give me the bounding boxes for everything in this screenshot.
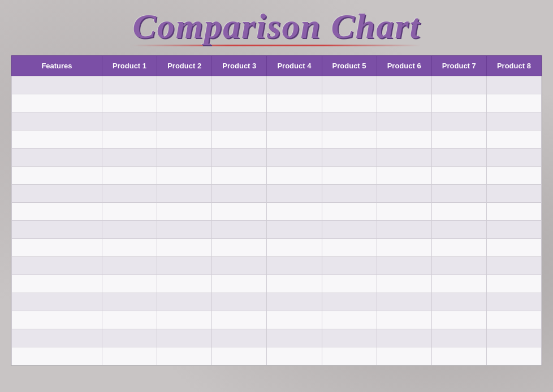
cell-r10-c7 — [431, 257, 486, 275]
cell-r6-c7 — [431, 185, 486, 203]
comparison-table-wrapper: Features Product 1 Product 2 Product 3 P… — [11, 55, 542, 366]
product4-header: Product 4 — [267, 56, 322, 76]
table-row — [12, 167, 542, 185]
cell-r2-c7 — [431, 112, 486, 130]
cell-r11-c8 — [486, 275, 541, 293]
cell-r2-c0 — [12, 112, 102, 130]
cell-r7-c4 — [267, 203, 322, 221]
cell-r8-c3 — [212, 221, 267, 239]
cell-r11-c0 — [12, 275, 102, 293]
cell-r1-c8 — [486, 94, 541, 112]
cell-r5-c4 — [267, 167, 322, 185]
cell-r7-c7 — [431, 203, 486, 221]
cell-r13-c5 — [322, 311, 377, 329]
cell-r6-c8 — [486, 185, 541, 203]
cell-r11-c1 — [102, 275, 157, 293]
cell-r12-c2 — [157, 293, 212, 311]
cell-r8-c2 — [157, 221, 212, 239]
cell-r2-c4 — [267, 112, 322, 130]
cell-r3-c3 — [212, 130, 267, 149]
product8-header: Product 8 — [486, 56, 541, 76]
cell-r14-c6 — [377, 329, 431, 347]
cell-r15-c0 — [12, 347, 102, 365]
cell-r2-c5 — [322, 112, 377, 130]
cell-r4-c7 — [431, 149, 486, 167]
cell-r15-c4 — [267, 347, 322, 365]
cell-r10-c5 — [322, 257, 377, 275]
cell-r2-c1 — [102, 112, 157, 130]
cell-r14-c5 — [322, 329, 377, 347]
cell-r5-c0 — [12, 167, 102, 185]
cell-r10-c3 — [212, 257, 267, 275]
cell-r9-c3 — [212, 239, 267, 257]
cell-r9-c5 — [322, 239, 377, 257]
cell-r15-c1 — [102, 347, 157, 365]
cell-r1-c1 — [102, 94, 157, 112]
cell-r13-c1 — [102, 311, 157, 329]
product1-header: Product 1 — [102, 56, 157, 76]
cell-r3-c6 — [377, 130, 431, 149]
cell-r13-c2 — [157, 311, 212, 329]
cell-r4-c5 — [322, 149, 377, 167]
cell-r3-c1 — [102, 130, 157, 149]
cell-r9-c1 — [102, 239, 157, 257]
table-row — [12, 239, 542, 257]
cell-r5-c8 — [486, 167, 541, 185]
table-row — [12, 221, 542, 239]
cell-r12-c5 — [322, 293, 377, 311]
product2-header: Product 2 — [157, 56, 212, 76]
cell-r7-c2 — [157, 203, 212, 221]
cell-r10-c2 — [157, 257, 212, 275]
cell-r2-c6 — [377, 112, 431, 130]
cell-r3-c5 — [322, 130, 377, 149]
cell-r12-c0 — [12, 293, 102, 311]
table-header-row: Features Product 1 Product 2 Product 3 P… — [12, 56, 542, 76]
cell-r4-c3 — [212, 149, 267, 167]
cell-r6-c6 — [377, 185, 431, 203]
cell-r6-c0 — [12, 185, 102, 203]
table-row — [12, 185, 542, 203]
cell-r10-c0 — [12, 257, 102, 275]
cell-r6-c1 — [102, 185, 157, 203]
cell-r5-c5 — [322, 167, 377, 185]
cell-r0-c3 — [212, 76, 267, 94]
cell-r0-c4 — [267, 76, 322, 94]
cell-r1-c4 — [267, 94, 322, 112]
cell-r3-c7 — [431, 130, 486, 149]
cell-r15-c2 — [157, 347, 212, 365]
product6-header: Product 6 — [377, 56, 431, 76]
cell-r13-c3 — [212, 311, 267, 329]
cell-r14-c0 — [12, 329, 102, 347]
cell-r4-c6 — [377, 149, 431, 167]
table-row — [12, 347, 542, 365]
cell-r8-c1 — [102, 221, 157, 239]
cell-r8-c7 — [431, 221, 486, 239]
cell-r9-c0 — [12, 239, 102, 257]
cell-r1-c3 — [212, 94, 267, 112]
cell-r14-c7 — [431, 329, 486, 347]
cell-r9-c2 — [157, 239, 212, 257]
cell-r15-c6 — [377, 347, 431, 365]
cell-r1-c6 — [377, 94, 431, 112]
cell-r6-c3 — [212, 185, 267, 203]
cell-r11-c7 — [431, 275, 486, 293]
cell-r4-c0 — [12, 149, 102, 167]
cell-r13-c6 — [377, 311, 431, 329]
cell-r11-c2 — [157, 275, 212, 293]
cell-r3-c2 — [157, 130, 212, 149]
product7-header: Product 7 — [431, 56, 486, 76]
cell-r14-c4 — [267, 329, 322, 347]
cell-r7-c1 — [102, 203, 157, 221]
cell-r2-c2 — [157, 112, 212, 130]
cell-r11-c4 — [267, 275, 322, 293]
cell-r7-c0 — [12, 203, 102, 221]
cell-r14-c8 — [486, 329, 541, 347]
cell-r4-c8 — [486, 149, 541, 167]
cell-r0-c5 — [322, 76, 377, 94]
cell-r13-c8 — [486, 311, 541, 329]
cell-r7-c5 — [322, 203, 377, 221]
cell-r13-c7 — [431, 311, 486, 329]
cell-r12-c1 — [102, 293, 157, 311]
cell-r13-c0 — [12, 311, 102, 329]
cell-r0-c7 — [431, 76, 486, 94]
